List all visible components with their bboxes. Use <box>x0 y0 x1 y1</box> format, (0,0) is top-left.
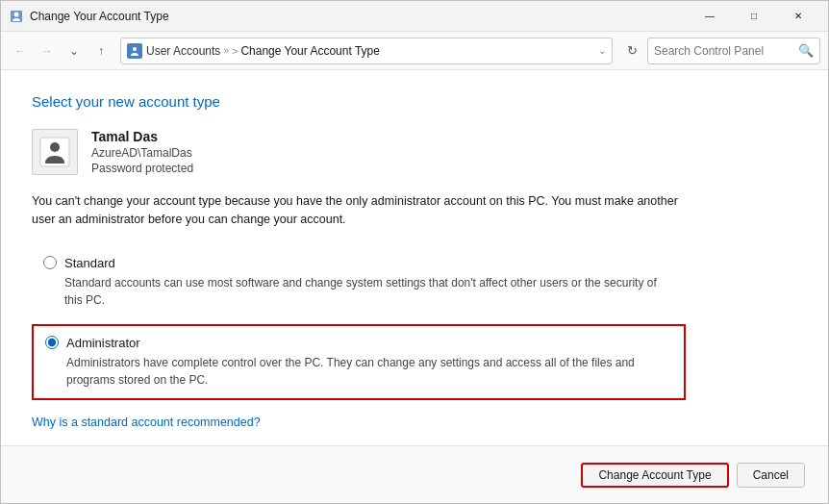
minimize-button[interactable]: — <box>688 1 732 32</box>
address-dropdown-icon[interactable]: ⌄ <box>598 45 606 56</box>
svg-point-1 <box>14 12 19 16</box>
back-button[interactable]: ← <box>9 39 32 63</box>
refresh-button[interactable]: ↻ <box>620 39 643 63</box>
user-name: Tamal Das <box>91 129 193 144</box>
standard-label[interactable]: Standard <box>64 256 115 270</box>
navbar: ← → ⌄ ↑ User Accounts » > Change Your Ac… <box>1 32 828 70</box>
forward-button[interactable]: → <box>36 39 59 63</box>
address-current: Change Your Account Type <box>240 44 380 58</box>
titlebar: Change Your Account Type — □ ✕ <box>1 1 828 32</box>
standard-description: Standard accounts can use most software … <box>43 274 674 309</box>
administrator-option: Administrator Administrators have comple… <box>32 324 686 400</box>
window: Change Your Account Type — □ ✕ ← → ⌄ ↑ U… <box>0 0 829 504</box>
help-link[interactable]: Why is a standard account recommended? <box>32 416 261 429</box>
cancel-button[interactable]: Cancel <box>737 463 805 488</box>
page-heading: Select your new account type <box>32 93 797 110</box>
standard-option: Standard Standard accounts can use most … <box>32 246 686 318</box>
content-area: Select your new account type Tamal Das A… <box>1 70 828 445</box>
address-sep2: > <box>232 45 238 57</box>
address-sep1: » <box>223 45 229 56</box>
search-box: 🔍 <box>647 38 820 64</box>
search-icon: 🔍 <box>798 43 814 58</box>
info-text: You can't change your account type becau… <box>32 192 686 229</box>
user-domain: AzureAD\TamalDas <box>91 146 193 160</box>
user-status: Password protected <box>91 162 193 175</box>
user-info: Tamal Das AzureAD\TamalDas Password prot… <box>32 129 797 175</box>
svg-point-2 <box>133 47 137 51</box>
titlebar-controls: — □ ✕ <box>688 1 820 32</box>
avatar <box>32 129 78 175</box>
breadcrumb-1: User Accounts <box>146 44 220 58</box>
window-icon <box>9 9 24 24</box>
address-text: User Accounts » > Change Your Account Ty… <box>146 44 380 58</box>
titlebar-title: Change Your Account Type <box>30 10 688 23</box>
standard-radio[interactable] <box>43 256 57 269</box>
standard-radio-row: Standard <box>43 256 674 270</box>
address-bar: User Accounts » > Change Your Account Ty… <box>120 38 613 64</box>
recent-button[interactable]: ⌄ <box>63 39 86 63</box>
footer: Change Account Type Cancel <box>1 445 828 503</box>
administrator-radio-row: Administrator <box>45 336 672 350</box>
administrator-label[interactable]: Administrator <box>66 336 140 350</box>
change-account-type-button[interactable]: Change Account Type <box>581 463 728 488</box>
administrator-radio[interactable] <box>45 336 59 349</box>
maximize-button[interactable]: □ <box>732 1 776 32</box>
search-input[interactable] <box>654 44 794 58</box>
user-details: Tamal Das AzureAD\TamalDas Password prot… <box>91 129 193 175</box>
close-button[interactable]: ✕ <box>776 1 820 32</box>
address-icon <box>127 43 142 59</box>
administrator-description: Administrators have complete control ove… <box>45 354 672 389</box>
up-button[interactable]: ↑ <box>89 39 113 63</box>
svg-point-4 <box>50 142 60 152</box>
